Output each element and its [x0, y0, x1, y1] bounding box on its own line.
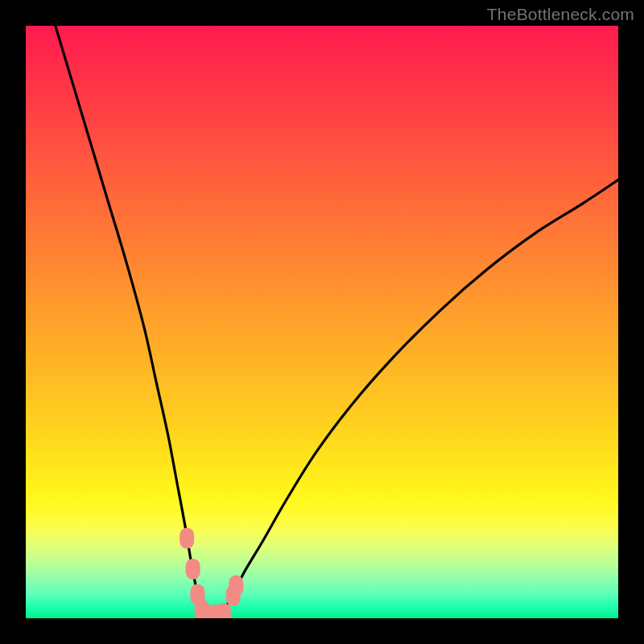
plot-area	[26, 26, 618, 618]
bottleneck-curve	[56, 26, 618, 617]
marker-dot	[229, 576, 243, 597]
curve-layer	[26, 26, 618, 618]
chart-frame: TheBottleneck.com	[0, 0, 644, 644]
marker-dot	[217, 603, 231, 618]
watermark-text: TheBottleneck.com	[487, 5, 634, 24]
curve-markers	[180, 528, 243, 618]
marker-dot	[186, 559, 200, 580]
marker-dot	[180, 528, 194, 549]
